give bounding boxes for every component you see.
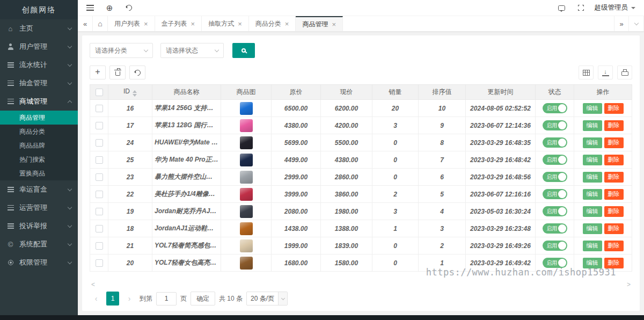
close-icon[interactable]: × [332, 21, 336, 28]
edit-button[interactable]: 编辑 [583, 206, 602, 217]
cell-current-price: 2860.00 [321, 169, 372, 186]
sort-icon[interactable] [133, 90, 137, 97]
status-select[interactable]: 请选择状态 [160, 43, 224, 58]
close-icon[interactable]: × [285, 20, 289, 27]
tabs-scroll-left-button[interactable]: « [78, 16, 93, 31]
tab[interactable]: 用户列表× [108, 16, 155, 31]
sidebar-subitem[interactable]: 商品分类 [0, 125, 78, 139]
tabs-scroll-right-button[interactable]: » [614, 16, 629, 31]
sidebar-item-permissions[interactable]: 权限管理 [0, 253, 78, 272]
sidebar-item-system-config[interactable]: ©系统配置 [0, 235, 78, 253]
edit-button[interactable]: 编辑 [583, 258, 602, 268]
close-icon[interactable]: × [238, 20, 242, 27]
cell-name: 苹果14 256G 支持移动联... [152, 100, 221, 117]
delete-button[interactable]: 删除 [604, 137, 624, 148]
export-button[interactable]: ↓ [598, 66, 613, 79]
confirm-button[interactable]: 确定 [191, 292, 215, 306]
next-page-button[interactable]: › [123, 292, 136, 306]
sidebar-subitem[interactable]: 商品管理 [0, 111, 78, 125]
tab[interactable]: 商品分类× [249, 16, 296, 31]
page-size-select[interactable]: 20 条/页 [246, 292, 288, 306]
admin-menu[interactable]: 超级管理员 [595, 3, 636, 12]
row-checkbox[interactable] [96, 191, 103, 198]
delete-button[interactable]: 删除 [604, 103, 624, 114]
delete-button[interactable]: 删除 [604, 223, 624, 234]
sidebar-item-home[interactable]: ⌂主页 [0, 19, 78, 38]
delete-button[interactable]: 删除 [604, 258, 624, 268]
select-all-checkbox[interactable] [96, 89, 103, 96]
fullscreen-button[interactable] [575, 2, 587, 14]
page-input[interactable]: 1 [156, 292, 177, 306]
status-toggle[interactable]: 启用 [543, 223, 567, 234]
tab[interactable]: 商品管理× [296, 16, 343, 31]
column-actions: 操作 [574, 85, 632, 100]
sidebar-item-flow-stats[interactable]: 流水统计 [0, 56, 78, 74]
delete-button[interactable]: 删除 [604, 206, 624, 217]
edit-button[interactable]: 编辑 [583, 241, 602, 251]
status-toggle[interactable]: 启用 [543, 172, 567, 182]
sidebar-item-complaints[interactable]: 投诉举报 [0, 217, 78, 235]
reload-button[interactable] [129, 66, 145, 79]
menu-toggle-button[interactable] [84, 2, 96, 14]
status-toggle[interactable]: 启用 [543, 137, 567, 148]
edit-button[interactable]: 编辑 [583, 103, 602, 114]
row-checkbox[interactable] [96, 242, 103, 250]
batch-delete-button[interactable] [109, 66, 126, 79]
row-checkbox[interactable] [96, 156, 103, 164]
sidebar-subitem[interactable]: 热门搜索 [0, 152, 78, 166]
edit-button[interactable]: 编辑 [583, 172, 602, 183]
delete-button[interactable]: 删除 [604, 241, 624, 251]
prev-page-button[interactable]: ‹ [90, 292, 103, 306]
sidebar-item-box-manage[interactable]: 抽盒管理 [0, 74, 78, 92]
status-toggle[interactable]: 启用 [543, 189, 567, 199]
status-toggle[interactable]: 启用 [543, 155, 567, 165]
language-button[interactable]: ⊕ [104, 2, 115, 14]
delete-button[interactable]: 删除 [604, 189, 624, 200]
refresh-button[interactable] [123, 2, 135, 14]
scroll-left-arrow[interactable]: < [91, 281, 95, 288]
sidebar-item-mall-manage[interactable]: 商城管理 [0, 92, 78, 111]
print-button[interactable] [617, 66, 632, 79]
category-select[interactable]: 请选择分类 [90, 43, 153, 58]
scroll-right-arrow[interactable]: > [627, 281, 631, 288]
edit-button[interactable]: 编辑 [583, 189, 602, 200]
tab[interactable]: 抽取方式× [202, 16, 249, 31]
chevron-down-icon [68, 62, 72, 66]
message-button[interactable] [556, 2, 568, 14]
close-icon[interactable]: × [144, 20, 148, 27]
delete-button[interactable]: 删除 [604, 172, 624, 183]
status-toggle[interactable]: 启用 [543, 241, 567, 251]
cell-id: 17 [108, 117, 152, 134]
sidebar-subitem[interactable]: 置换商品 [0, 166, 78, 180]
row-checkbox[interactable] [96, 173, 103, 181]
row-checkbox[interactable] [96, 105, 103, 112]
home-tab[interactable]: ⌂ [93, 16, 108, 31]
cell-id: 21 [108, 237, 152, 254]
current-page-button[interactable]: 1 [106, 292, 119, 306]
edit-button[interactable]: 编辑 [583, 155, 602, 165]
row-checkbox[interactable] [96, 122, 103, 129]
row-checkbox[interactable] [96, 139, 103, 147]
sidebar-subitem[interactable]: 商品品牌 [0, 139, 78, 152]
status-toggle[interactable]: 启用 [543, 103, 567, 113]
filter-columns-button[interactable] [579, 66, 594, 79]
sidebar-item-operations[interactable]: 运营管理 [0, 199, 78, 217]
row-checkbox[interactable] [96, 259, 103, 267]
search-button[interactable] [232, 43, 255, 58]
tab[interactable]: 盒子列表× [155, 16, 202, 31]
row-checkbox[interactable] [96, 225, 103, 232]
add-button[interactable]: + [90, 66, 106, 79]
tabs-menu-button[interactable] [629, 16, 644, 31]
sidebar-item-users[interactable]: 用户管理 [0, 38, 78, 56]
sidebar-item-lucky-box[interactable]: 幸运盲盒 [0, 180, 78, 199]
status-toggle[interactable]: 启用 [543, 120, 567, 130]
row-checkbox[interactable] [96, 208, 103, 215]
close-icon[interactable]: × [191, 20, 195, 27]
status-toggle[interactable]: 启用 [543, 258, 567, 268]
delete-button[interactable]: 删除 [604, 155, 624, 165]
delete-button[interactable]: 删除 [604, 120, 624, 131]
edit-button[interactable]: 编辑 [583, 120, 602, 131]
edit-button[interactable]: 编辑 [583, 223, 602, 234]
status-toggle[interactable]: 启用 [543, 206, 567, 216]
edit-button[interactable]: 编辑 [583, 137, 602, 148]
